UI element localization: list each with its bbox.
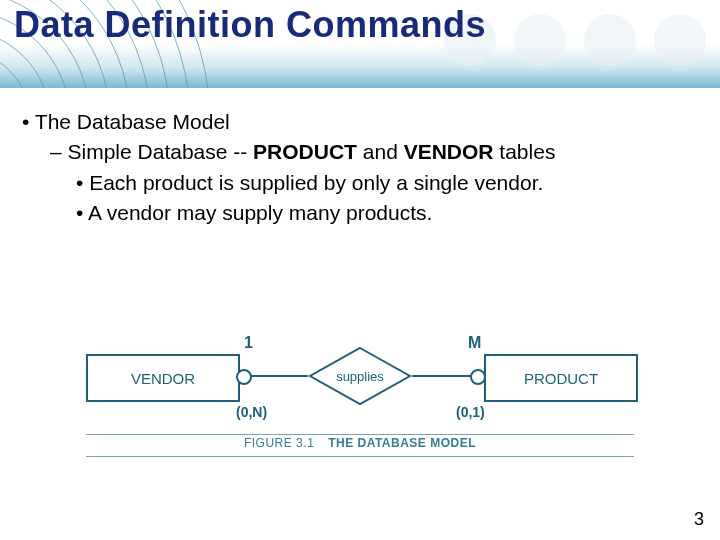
text: Simple Database -- — [68, 140, 254, 163]
svg-point-14 — [654, 14, 706, 66]
text: tables — [494, 140, 556, 163]
caption-rule — [86, 434, 634, 435]
figure-number: FIGURE 3.1 — [244, 436, 314, 450]
cardinality-min-max: (0,1) — [456, 404, 485, 420]
bullet-level2: Simple Database -- PRODUCT and VENDOR ta… — [50, 138, 698, 166]
cardinality-min-max: (0,N) — [236, 404, 267, 420]
caption-rule — [86, 456, 634, 457]
svg-point-13 — [584, 14, 636, 66]
entity-vendor: VENDOR — [86, 354, 240, 402]
svg-point-12 — [514, 14, 566, 66]
text-bold: PRODUCT — [253, 140, 357, 163]
slide: Data Definition Commands The Database Mo… — [0, 0, 720, 540]
relationship-diamond: supplies — [308, 346, 412, 406]
relationship-label: supplies — [336, 369, 384, 384]
figure-caption: FIGURE 3.1 THE DATABASE MODEL — [86, 436, 634, 450]
er-diagram: VENDOR PRODUCT supplies 1 M (0,N) (0,1) … — [86, 328, 634, 468]
cardinality-one: 1 — [244, 334, 253, 352]
entity-label: VENDOR — [131, 370, 195, 387]
text: and — [357, 140, 404, 163]
header: Data Definition Commands — [0, 0, 720, 88]
bullet-level1: The Database Model — [22, 108, 698, 136]
entity-label: PRODUCT — [524, 370, 598, 387]
entity-product: PRODUCT — [484, 354, 638, 402]
content: The Database Model Simple Database -- PR… — [22, 108, 698, 229]
text-bold: VENDOR — [404, 140, 494, 163]
page-number: 3 — [694, 509, 704, 530]
page-title: Data Definition Commands — [14, 4, 486, 46]
figure-title: THE DATABASE MODEL — [328, 436, 476, 450]
participation-circle — [470, 369, 486, 385]
participation-circle — [236, 369, 252, 385]
bullet-level3: Each product is supplied by only a singl… — [76, 169, 698, 197]
cardinality-many: M — [468, 334, 481, 352]
bullet-level3: A vendor may supply many products. — [76, 199, 698, 227]
